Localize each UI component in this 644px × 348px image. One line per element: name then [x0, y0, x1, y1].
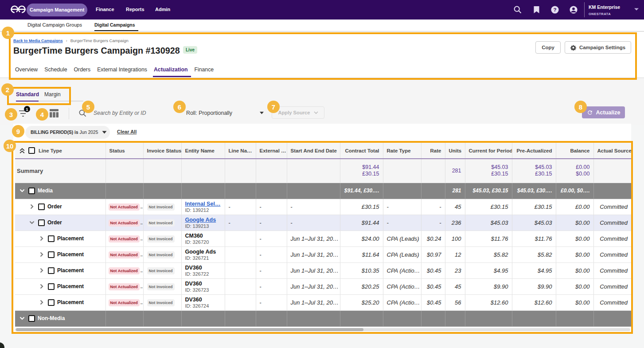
svg-text:?: ?	[553, 7, 556, 12]
